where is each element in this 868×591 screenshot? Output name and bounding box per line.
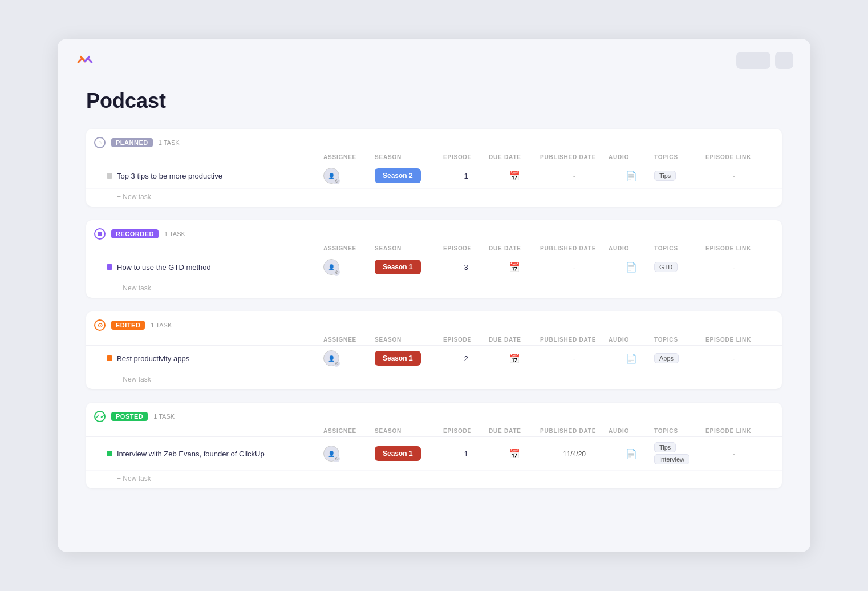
avatar[interactable]: 👤 ⚙ <box>323 259 339 275</box>
status-badge-edited: EDITED <box>111 321 145 330</box>
season-cell[interactable]: Season 1 <box>375 260 443 274</box>
audio-cell[interactable]: 📄 <box>609 171 654 181</box>
audio-cell[interactable]: 📄 <box>609 262 654 273</box>
new-task-edited[interactable]: + New task <box>86 371 782 389</box>
calendar-icon[interactable]: 📅 <box>509 449 520 459</box>
task-name-text[interactable]: Top 3 tips to be more productive <box>117 172 222 180</box>
col-header-topics: TOPICS <box>654 154 705 160</box>
task-name-text[interactable]: Interview with Zeb Evans, founder of Cli… <box>117 450 265 458</box>
col-header-assignee: ASSIGNEE <box>323 337 375 343</box>
published-date-cell: - <box>540 262 609 272</box>
season-cell[interactable]: Season 1 <box>375 351 443 366</box>
task-name-text[interactable]: Best productivity apps <box>117 354 189 363</box>
section-header-recorded: RECORDED1 TASK <box>86 220 782 243</box>
published-date-cell: - <box>540 171 609 181</box>
col-header-due-date: DUE DATE <box>489 245 540 252</box>
published-date-dash: - <box>573 354 575 363</box>
app-window: Podcast ○PLANNED1 TASKASSIGNEESEASONEPIS… <box>58 39 810 552</box>
due-date-cell[interactable]: 📅 <box>489 448 540 459</box>
season-cell[interactable]: Season 2 <box>375 168 443 183</box>
col-headers: ASSIGNEESEASONEPISODEDUE DATEPUBLISHED D… <box>86 426 782 437</box>
episode-link-cell: - <box>705 450 762 458</box>
avatar[interactable]: 👤 ⚙ <box>323 168 339 184</box>
col-header-audio: AUDIO <box>609 154 654 160</box>
season-cell[interactable]: Season 1 <box>375 446 443 461</box>
col-header-task <box>107 428 323 434</box>
topbar-button-1[interactable] <box>736 52 770 69</box>
task-name-cell: Best productivity apps <box>107 354 323 363</box>
status-badge-recorded: RECORDED <box>111 229 159 238</box>
season-badge[interactable]: Season 1 <box>375 351 421 366</box>
topic-badge: Tips <box>654 171 676 181</box>
episode-cell: 3 <box>443 263 489 272</box>
sections-container: ○PLANNED1 TASKASSIGNEESEASONEPISODEDUE D… <box>86 129 782 488</box>
topics-cell: GTD <box>654 261 705 273</box>
assignee-cell: 👤 ⚙ <box>323 168 375 184</box>
published-date-cell: 11/4/20 <box>540 448 609 459</box>
col-header-episode-link: EPISODE LINK <box>705 245 762 252</box>
audio-icon[interactable]: 📄 <box>626 262 637 272</box>
avatar[interactable]: 👤 ⚙ <box>323 350 339 366</box>
audio-icon[interactable]: 📄 <box>626 449 637 459</box>
task-name-cell: How to use the GTD method <box>107 263 323 272</box>
topic-badge: Interview <box>654 454 689 464</box>
col-header-published-date: PUBLISHED DATE <box>540 337 609 343</box>
task-count-posted: 1 TASK <box>153 413 175 420</box>
due-date-cell[interactable]: 📅 <box>489 171 540 181</box>
col-header-assignee: ASSIGNEE <box>323 428 375 434</box>
published-date-cell: - <box>540 353 609 363</box>
status-badge-planned: PLANNED <box>111 138 153 147</box>
col-header-season: SEASON <box>375 154 443 160</box>
task-row: Interview with Zeb Evans, founder of Cli… <box>86 437 782 471</box>
topbar <box>58 39 810 78</box>
new-task-posted[interactable]: + New task <box>86 471 782 488</box>
calendar-icon[interactable]: 📅 <box>509 354 520 363</box>
audio-icon[interactable]: 📄 <box>626 354 637 363</box>
task-row: Top 3 tips to be more productive 👤 ⚙ Sea… <box>86 163 782 189</box>
col-header-episode: EPISODE <box>443 337 489 343</box>
topics-cell: Tips <box>654 170 705 182</box>
topic-badge: GTD <box>654 262 678 272</box>
season-badge[interactable]: Season 2 <box>375 168 421 183</box>
col-headers: ASSIGNEESEASONEPISODEDUE DATEPUBLISHED D… <box>86 152 782 163</box>
col-header-topics: TOPICS <box>654 337 705 343</box>
audio-icon[interactable]: 📄 <box>626 171 637 181</box>
calendar-icon[interactable]: 📅 <box>509 262 520 272</box>
main-content: Podcast ○PLANNED1 TASKASSIGNEESEASONEPIS… <box>58 78 810 519</box>
col-header-episode: EPISODE <box>443 428 489 434</box>
task-name-text[interactable]: How to use the GTD method <box>117 263 211 272</box>
col-header-due-date: DUE DATE <box>489 154 540 160</box>
audio-cell[interactable]: 📄 <box>609 353 654 364</box>
col-header-season: SEASON <box>375 337 443 343</box>
col-header-task <box>107 245 323 252</box>
col-header-published-date: PUBLISHED DATE <box>540 245 609 252</box>
new-task-recorded[interactable]: + New task <box>86 280 782 298</box>
topic-badge: Apps <box>654 353 679 363</box>
topic-badge: Tips <box>654 442 676 452</box>
col-header-task <box>107 337 323 343</box>
status-badge-posted: POSTED <box>111 412 148 421</box>
section-planned: ○PLANNED1 TASKASSIGNEESEASONEPISODEDUE D… <box>86 129 782 207</box>
task-dot <box>107 264 112 270</box>
due-date-cell[interactable]: 📅 <box>489 262 540 273</box>
gear-icon: ⚙ <box>333 269 340 276</box>
due-date-cell[interactable]: 📅 <box>489 353 540 364</box>
new-task-planned[interactable]: + New task <box>86 189 782 207</box>
calendar-icon[interactable]: 📅 <box>509 171 520 181</box>
col-header-assignee: ASSIGNEE <box>323 245 375 252</box>
task-row: How to use the GTD method 👤 ⚙ Season 13📅… <box>86 254 782 280</box>
col-header-episode-link: EPISODE LINK <box>705 337 762 343</box>
col-header-episode: EPISODE <box>443 154 489 160</box>
section-circle-planned: ○ <box>94 137 106 148</box>
topbar-button-2[interactable] <box>775 52 793 69</box>
episode-cell: 2 <box>443 354 489 363</box>
col-header-season: SEASON <box>375 245 443 252</box>
audio-cell[interactable]: 📄 <box>609 448 654 459</box>
col-header-audio: AUDIO <box>609 337 654 343</box>
avatar[interactable]: 👤 ⚙ <box>323 446 339 462</box>
season-badge[interactable]: Season 1 <box>375 260 421 274</box>
season-badge[interactable]: Season 1 <box>375 446 421 461</box>
section-circle-recorded <box>94 228 106 240</box>
episode-link-cell: - <box>705 263 762 272</box>
task-count-edited: 1 TASK <box>151 322 172 329</box>
